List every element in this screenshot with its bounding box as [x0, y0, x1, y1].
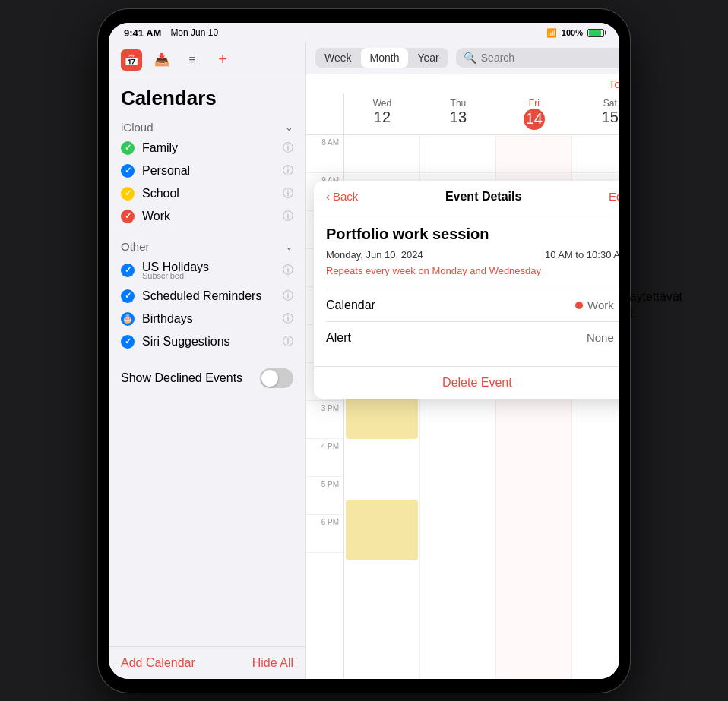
today-bar: Today [306, 74, 619, 93]
calendar-row: Calendar Work ⌃ [326, 289, 619, 321]
calendar-main: Week Month Year 🔍 🎤 Today [306, 42, 619, 679]
month-tab[interactable]: Month [361, 48, 409, 68]
time-slot-8am: 8 AM [306, 135, 343, 173]
other-section-header[interactable]: Other ⌄ [109, 235, 305, 256]
show-declined-label: Show Declined Events [121, 371, 242, 385]
birthdays-name: Birthdays [142, 312, 275, 326]
scheduled-info[interactable]: ⓘ [283, 289, 293, 303]
school-dot: ✓ [121, 187, 135, 201]
calendar-value: Work [587, 298, 614, 311]
work-info[interactable]: ⓘ [283, 210, 293, 223]
list-icon[interactable]: ≡ [182, 49, 203, 71]
time-slot-4pm: 4 PM [306, 439, 343, 477]
sidebar-toolbar: 📅 📥 ≡ + [109, 42, 305, 77]
today-button[interactable]: Today [609, 77, 619, 90]
family-dot: ✓ [121, 141, 135, 155]
calendar-item-scheduled-reminders[interactable]: ✓ Scheduled Reminders ⓘ [109, 285, 305, 308]
work-dot: ✓ [121, 210, 135, 223]
calendar-item-work[interactable]: ✓ Work ⓘ [109, 205, 305, 228]
personal-name: Personal [142, 164, 275, 178]
alert-val: None [587, 331, 614, 344]
event-title: Portfolio work session [326, 226, 619, 243]
hide-all-button[interactable]: Hide All [252, 656, 293, 670]
status-time: 9:41 AM [124, 27, 161, 39]
add-calendar-button[interactable]: Add Calendar [121, 656, 195, 670]
status-icons: 📶 100% [546, 28, 604, 38]
calendar-item-family[interactable]: ✓ Family ⓘ [109, 137, 305, 159]
time-slot-6pm: 6 PM [306, 515, 343, 553]
other-chevron: ⌄ [285, 241, 293, 252]
alert-value[interactable]: None ⌃ [587, 331, 619, 345]
siri-name: Siri Suggestions [142, 335, 275, 349]
alert-label: Alert [326, 331, 351, 345]
sidebar-footer: Add Calendar Hide All [109, 646, 305, 679]
family-info[interactable]: ⓘ [283, 141, 293, 155]
calendar-item-us-holidays[interactable]: ✓ US Holidays Subscribed ⓘ [109, 256, 305, 285]
time-slot-5pm: 5 PM [306, 477, 343, 515]
calendar-body: 8 AM 9 AM 10 AM 11 AM Noon 1 PM 2 PM 3 P… [306, 135, 619, 679]
event-block-yellow-wed2[interactable] [346, 500, 418, 560]
work-name: Work [142, 210, 275, 223]
calendar-item-personal[interactable]: ✓ Personal ⓘ [109, 159, 305, 182]
add-calendar-icon[interactable]: + [212, 49, 233, 71]
icloud-section-header[interactable]: iCloud ⌄ [109, 116, 305, 137]
alert-row: Alert None ⌃ [326, 321, 619, 354]
mic-icon[interactable]: 🎤 [619, 52, 619, 64]
sidebar: 📅 📥 ≡ + Calendars iCloud ⌄ ✓ [109, 42, 306, 679]
show-declined-toggle[interactable] [260, 368, 293, 388]
us-holidays-info[interactable]: ⓘ [283, 264, 293, 277]
calendar-chevron: ⌃ [619, 298, 619, 312]
school-info[interactable]: ⓘ [283, 187, 293, 201]
event-detail-popup: ‹ Back Event Details Edit Portfolio work… [314, 181, 619, 399]
back-label: Back [333, 190, 358, 203]
siri-info[interactable]: ⓘ [283, 335, 293, 349]
alert-chevron: ⌃ [619, 331, 619, 345]
siri-dot: ✓ [121, 335, 135, 349]
year-tab[interactable]: Year [408, 48, 448, 68]
icloud-chevron: ⌄ [285, 122, 293, 133]
calendar-row-label: Calendar [326, 298, 375, 312]
battery-label: 100% [562, 28, 583, 37]
view-segment: Week Month Year [315, 48, 448, 68]
family-name: Family [142, 141, 275, 155]
calendar-row-value[interactable]: Work ⌃ [575, 298, 619, 312]
icloud-label: iCloud [121, 121, 154, 134]
back-button[interactable]: ‹ Back [326, 190, 358, 203]
personal-dot: ✓ [121, 164, 135, 178]
day-col-fri: Fri 14 [496, 93, 572, 134]
delete-event-button[interactable]: Delete Event [442, 376, 512, 389]
search-icon: 🔍 [464, 52, 476, 64]
week-header: Wed 12 Thu 13 Fri 14 Sat [306, 93, 619, 135]
event-detail-footer: Delete Event [314, 366, 619, 399]
other-label: Other [121, 240, 150, 253]
sidebar-title: Calendars [109, 77, 305, 116]
calendar-item-birthdays[interactable]: 🎂 Birthdays ⓘ [109, 308, 305, 330]
scheduled-dot: ✓ [121, 289, 135, 303]
us-holidays-dot: ✓ [121, 264, 135, 277]
calendar-item-siri-suggestions[interactable]: ✓ Siri Suggestions ⓘ [109, 330, 305, 353]
birthdays-info[interactable]: ⓘ [283, 312, 293, 326]
time-slot-3pm: 3 PM [306, 401, 343, 439]
work-color-dot [575, 302, 583, 309]
scheduled-name: Scheduled Reminders [142, 289, 275, 303]
search-input[interactable] [481, 52, 614, 64]
battery-icon [587, 29, 604, 37]
calendar-item-school[interactable]: ✓ School ⓘ [109, 182, 305, 205]
birthdays-dot: 🎂 [121, 312, 135, 326]
status-day: Mon Jun 10 [170, 27, 218, 38]
inbox-icon[interactable]: 📥 [151, 49, 173, 71]
show-declined-row: Show Declined Events [109, 359, 305, 397]
search-bar[interactable]: 🔍 🎤 [456, 48, 619, 68]
school-name: School [142, 187, 275, 201]
status-bar: 9:41 AM Mon Jun 10 📶 100% [109, 23, 619, 42]
week-tab[interactable]: Week [315, 48, 361, 68]
event-date: Monday, Jun 10, 2024 [326, 249, 423, 261]
calendar-icon[interactable]: 📅 [121, 49, 142, 71]
personal-info[interactable]: ⓘ [283, 164, 293, 178]
calendar-topnav: Week Month Year 🔍 🎤 [306, 42, 619, 74]
event-time: 10 AM to 10:30 AM [545, 249, 619, 262]
day-col-sat: Sat 15 [572, 93, 619, 134]
edit-button[interactable]: Edit [609, 190, 619, 203]
day-col-thu: Thu 13 [420, 93, 496, 134]
back-chevron: ‹ [326, 190, 330, 203]
